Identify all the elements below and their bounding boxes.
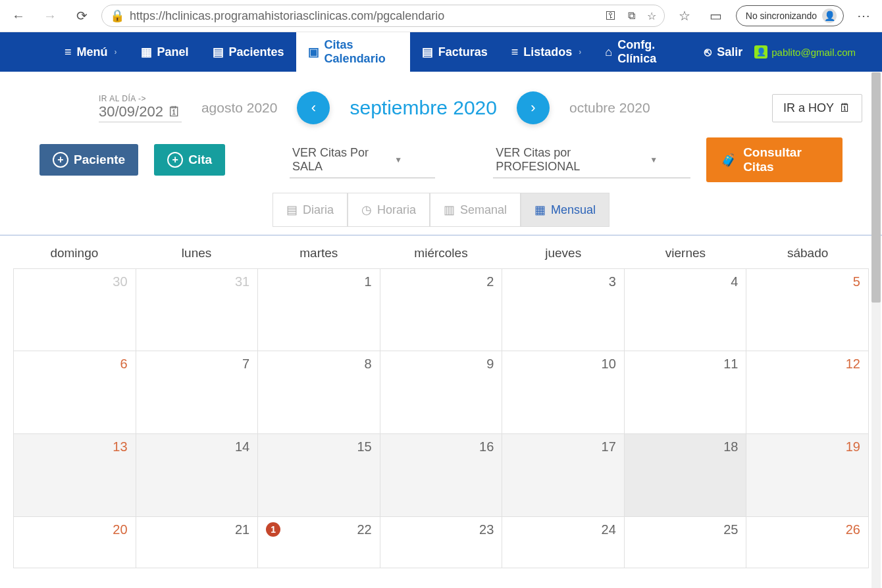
main-nav: ≡ Menú › ▦ Panel ▤ Pacientes ▣ Citas Cal…: [0, 32, 882, 72]
calendar-cell[interactable]: 17: [502, 434, 625, 517]
prev-month-label[interactable]: agosto 2020: [201, 100, 278, 116]
clipboard-icon: ▤: [213, 45, 224, 59]
nav-facturas[interactable]: ▤ Facturas: [410, 32, 500, 72]
user-icon: 👤: [754, 45, 767, 59]
day-number: 4: [731, 274, 738, 289]
day-number: 2: [486, 274, 494, 289]
nav-citas-calendario[interactable]: ▣ Citas Calendario: [296, 32, 410, 72]
open-external-icon[interactable]: ⧉: [628, 10, 635, 22]
scrollbar[interactable]: [871, 72, 881, 588]
calendar-cell[interactable]: 13: [14, 434, 136, 517]
view-tab-mensual[interactable]: ▦ Mensual: [521, 193, 610, 227]
refresh-button[interactable]: ⟳: [70, 4, 93, 28]
chevron-left-icon: ‹: [311, 99, 316, 116]
calendar-cell[interactable]: 4: [625, 268, 747, 351]
view-tabs: ▤ Diaria ◷ Horaria ▥ Semanal ▦ Mensual: [13, 193, 869, 227]
view-tab-diaria[interactable]: ▤ Diaria: [272, 193, 348, 227]
consultar-citas-button[interactable]: 🧳 Consultar Citas: [706, 137, 843, 182]
day-number: 31: [235, 274, 249, 289]
calendar-header: domingolunesmartesmiércolesjuevesviernes…: [13, 238, 869, 268]
user-email[interactable]: 👤 pablito@gmail.com: [754, 45, 856, 59]
calendar-cell[interactable]: 25: [625, 517, 747, 568]
day-number: 10: [602, 356, 616, 372]
calendar-cell[interactable]: 5: [746, 268, 869, 351]
collections-icon[interactable]: ▭: [704, 4, 728, 28]
next-month-label[interactable]: octubre 2020: [569, 100, 650, 116]
calendar-cell[interactable]: 3: [502, 268, 625, 351]
calendar-cell[interactable]: 2: [380, 268, 503, 351]
nav-listados[interactable]: ≡ Listados ›: [500, 32, 594, 72]
calendar-icon: ▣: [308, 45, 319, 59]
day-number: 20: [113, 522, 127, 537]
calendar-cell[interactable]: 221: [258, 517, 380, 568]
day-number: 5: [853, 274, 860, 289]
month-nav-row: IR AL DÍA -> 30/09/202 🗓 agosto 2020 ‹ s…: [13, 72, 869, 137]
week-view-icon: ▥: [444, 203, 455, 217]
today-button[interactable]: IR a HOY 🗓: [772, 94, 862, 122]
nav-confg-clinica[interactable]: ⌂ Confg. Clínica: [593, 32, 692, 72]
favorites-icon[interactable]: ☆: [673, 4, 696, 28]
calendar-cell[interactable]: 23: [380, 517, 503, 568]
back-button[interactable]: ←: [7, 4, 30, 28]
password-icon[interactable]: ⚿: [606, 10, 616, 22]
calendar-cell[interactable]: 12: [746, 351, 869, 434]
address-bar[interactable]: 🔒 https://hclinicas.programahistoriascli…: [101, 5, 665, 27]
calendar-cell[interactable]: 20: [14, 517, 136, 568]
day-number: 13: [113, 439, 127, 454]
calendar-cell[interactable]: 24: [502, 517, 625, 568]
add-cita-button[interactable]: + Cita: [154, 144, 225, 176]
calendar-cell[interactable]: 18: [625, 434, 747, 517]
clock-icon: ◷: [361, 203, 372, 217]
view-tab-horaria[interactable]: ◷ Horaria: [348, 193, 430, 227]
lock-icon: 🔒: [110, 9, 124, 23]
calendar-cell[interactable]: 31: [136, 268, 259, 351]
more-icon[interactable]: ⋯: [852, 4, 875, 28]
filter-sala-select[interactable]: VER Citas Por SALA ▼: [290, 142, 435, 178]
day-number: 26: [846, 522, 860, 537]
add-paciente-button[interactable]: + Paciente: [39, 144, 138, 176]
calendar: domingolunesmartesmiércolesjuevesviernes…: [13, 238, 869, 568]
calendar-cell[interactable]: 10: [502, 351, 625, 434]
next-month-button[interactable]: ›: [517, 91, 550, 124]
filter-profesional-select[interactable]: VER Citas por PROFESIONAL ▼: [493, 142, 690, 178]
calendar-cell[interactable]: 14: [136, 434, 259, 517]
calendar-cell[interactable]: 15: [258, 434, 380, 517]
calendar-day-header: domingo: [13, 246, 136, 260]
nav-panel[interactable]: ▦ Panel: [129, 32, 201, 72]
list-icon: ≡: [511, 45, 519, 59]
nav-salir[interactable]: ⎋ Salir: [692, 32, 754, 72]
calendar-cell[interactable]: 19: [746, 434, 869, 517]
calendar-cell[interactable]: 1: [258, 268, 380, 351]
scroll-thumb[interactable]: [871, 72, 881, 303]
calendar-cell[interactable]: 21: [136, 517, 259, 568]
calendar-cell[interactable]: 8: [258, 351, 380, 434]
nav-pacientes[interactable]: ▤ Pacientes: [201, 32, 296, 72]
nav-menu[interactable]: ≡ Menú ›: [53, 32, 129, 72]
day-number: 7: [242, 356, 249, 372]
calendar-cell[interactable]: 9: [380, 351, 503, 434]
star-plus-icon[interactable]: ☆: [647, 10, 656, 22]
forward-button[interactable]: →: [38, 4, 62, 28]
prev-month-button[interactable]: ‹: [297, 91, 330, 124]
calendar-day-header: viernes: [625, 246, 747, 260]
calendar-day-header: lunes: [136, 246, 258, 260]
plus-icon: +: [53, 152, 68, 168]
calendar-cell[interactable]: 6: [14, 351, 136, 434]
calendar-cell[interactable]: 26: [746, 517, 869, 568]
day-number: 21: [235, 522, 249, 537]
browser-toolbar: ← → ⟳ 🔒 https://hclinicas.programahistor…: [0, 0, 882, 32]
day-number: 22: [357, 522, 371, 537]
calendar-cell[interactable]: 7: [136, 351, 259, 434]
goto-day-input[interactable]: 30/09/202 🗓: [99, 103, 182, 122]
calendar-cell[interactable]: 11: [625, 351, 747, 434]
content: IR AL DÍA -> 30/09/202 🗓 agosto 2020 ‹ s…: [0, 72, 882, 568]
calendar-cell[interactable]: 30: [14, 268, 136, 351]
goto-day: IR AL DÍA -> 30/09/202 🗓: [99, 94, 182, 122]
event-badge[interactable]: 1: [266, 522, 280, 537]
sync-status[interactable]: No sincronizando 👤: [736, 5, 844, 26]
day-number: 17: [602, 439, 616, 454]
goto-day-label: IR AL DÍA ->: [99, 94, 182, 103]
view-tab-semanal[interactable]: ▥ Semanal: [430, 193, 521, 227]
calendar-cell[interactable]: 16: [380, 434, 503, 517]
day-number: 15: [357, 439, 371, 454]
